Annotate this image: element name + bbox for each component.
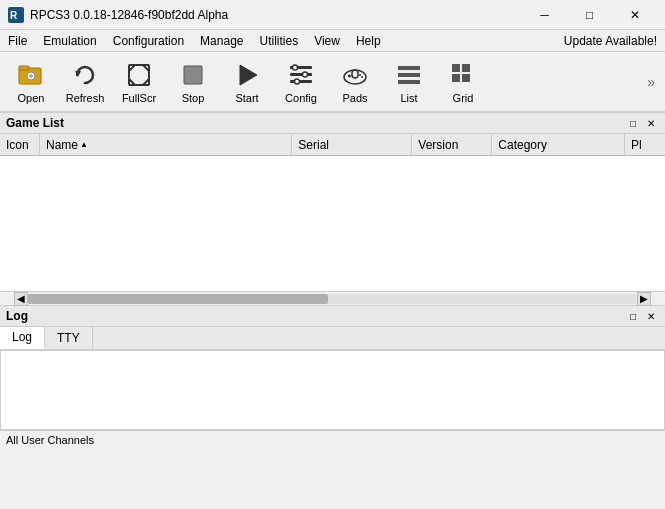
grid-icon <box>447 59 479 91</box>
start-icon <box>231 59 263 91</box>
svg-text:R: R <box>10 10 18 21</box>
col-serial[interactable]: Serial <box>292 134 412 155</box>
svg-point-5 <box>29 74 33 78</box>
config-icon <box>285 59 317 91</box>
toolbar-overflow[interactable]: » <box>641 70 661 94</box>
table-header: Icon Name ▲ Serial Version Category Pl <box>0 134 665 156</box>
svg-point-21 <box>361 76 363 78</box>
log-content <box>1 351 664 411</box>
tab-tty[interactable]: TTY <box>45 327 93 349</box>
titlebar: R RPCS3 0.0.18-12846-f90bf2dd Alpha ─ □ … <box>0 0 665 30</box>
refresh-button[interactable]: Refresh <box>58 56 112 108</box>
col-version[interactable]: Version <box>412 134 492 155</box>
config-button[interactable]: Config <box>274 56 328 108</box>
col-category[interactable]: Category <box>492 134 625 155</box>
svg-rect-17 <box>352 70 358 78</box>
refresh-icon <box>69 59 101 91</box>
horizontal-scrollbar: ◀ ▶ <box>0 291 665 305</box>
pads-icon <box>339 59 371 91</box>
scrollbar-thumb[interactable] <box>28 294 328 304</box>
grid-button[interactable]: Grid <box>436 56 490 108</box>
log-tabs: Log TTY <box>0 327 665 350</box>
log-close[interactable]: ✕ <box>643 308 659 324</box>
menu-file[interactable]: File <box>0 30 35 51</box>
open-button[interactable]: Open <box>4 56 58 108</box>
start-button[interactable]: Start <box>220 56 274 108</box>
menu-configuration[interactable]: Configuration <box>105 30 192 51</box>
svg-rect-3 <box>19 66 29 70</box>
tab-log[interactable]: Log <box>0 327 45 349</box>
game-list-controls: □ ✕ <box>625 115 659 131</box>
minimize-button[interactable]: ─ <box>522 0 567 30</box>
pads-label: Pads <box>342 93 367 104</box>
log-maximize[interactable]: □ <box>625 308 641 324</box>
log-header: Log □ ✕ <box>0 305 665 327</box>
fullscreen-icon <box>123 59 155 91</box>
toolbar: Open Refresh FullScr <box>0 52 665 112</box>
start-label: Start <box>235 93 258 104</box>
menu-emulation[interactable]: Emulation <box>35 30 104 51</box>
game-list-header: Game List □ ✕ <box>0 112 665 134</box>
game-list-close[interactable]: ✕ <box>643 115 659 131</box>
svg-rect-25 <box>452 64 460 72</box>
svg-marker-9 <box>240 65 257 85</box>
svg-rect-23 <box>398 73 420 77</box>
log-controls: □ ✕ <box>625 308 659 324</box>
window-controls: ─ □ ✕ <box>522 0 657 30</box>
window-title: RPCS3 0.0.18-12846-f90bf2dd Alpha <box>30 8 522 22</box>
list-label: List <box>400 93 417 104</box>
update-notice: Update Available! <box>556 32 665 50</box>
open-icon <box>15 59 47 91</box>
stop-icon <box>177 59 209 91</box>
svg-rect-27 <box>452 74 460 82</box>
svg-rect-24 <box>398 80 420 84</box>
svg-rect-11 <box>290 73 312 76</box>
pads-button[interactable]: Pads <box>328 56 382 108</box>
svg-point-20 <box>359 74 361 76</box>
status-text: All User Channels <box>6 434 94 446</box>
refresh-label: Refresh <box>66 93 105 104</box>
menubar: File Emulation Configuration Manage Util… <box>0 30 665 52</box>
game-list-body <box>0 156 665 291</box>
svg-point-15 <box>295 79 300 84</box>
game-list-title: Game List <box>6 116 625 130</box>
scrollbar-track[interactable] <box>28 294 637 304</box>
svg-rect-28 <box>462 74 470 82</box>
col-icon[interactable]: Icon <box>0 134 40 155</box>
app-icon: R <box>8 7 24 23</box>
scroll-left-button[interactable]: ◀ <box>14 292 28 306</box>
status-bar: All User Channels <box>0 430 665 448</box>
fullscr-label: FullScr <box>122 93 156 104</box>
scroll-right-button[interactable]: ▶ <box>637 292 651 306</box>
maximize-button[interactable]: □ <box>567 0 612 30</box>
game-list-maximize[interactable]: □ <box>625 115 641 131</box>
svg-rect-26 <box>462 64 470 72</box>
log-body <box>0 350 665 430</box>
menu-help[interactable]: Help <box>348 30 389 51</box>
svg-point-13 <box>293 65 298 70</box>
fullscr-button[interactable]: FullScr <box>112 56 166 108</box>
svg-rect-22 <box>398 66 420 70</box>
log-title: Log <box>6 309 625 323</box>
menu-manage[interactable]: Manage <box>192 30 251 51</box>
sort-arrow: ▲ <box>80 140 88 149</box>
list-icon <box>393 59 425 91</box>
stop-label: Stop <box>182 93 205 104</box>
close-button[interactable]: ✕ <box>612 0 657 30</box>
stop-button[interactable]: Stop <box>166 56 220 108</box>
col-name[interactable]: Name ▲ <box>40 134 292 155</box>
svg-rect-12 <box>290 80 312 83</box>
menu-utilities[interactable]: Utilities <box>251 30 306 51</box>
svg-point-14 <box>303 72 308 77</box>
menu-view[interactable]: View <box>306 30 348 51</box>
col-play[interactable]: Pl <box>625 134 665 155</box>
config-label: Config <box>285 93 317 104</box>
grid-label: Grid <box>453 93 474 104</box>
list-button[interactable]: List <box>382 56 436 108</box>
open-label: Open <box>18 93 45 104</box>
svg-rect-8 <box>184 66 202 84</box>
